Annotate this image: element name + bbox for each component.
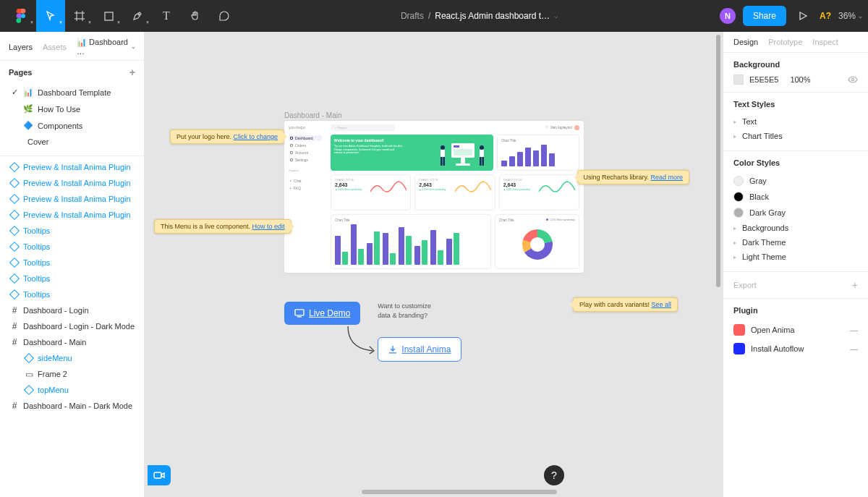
card-title: Chart Title xyxy=(501,139,575,143)
color-style-item[interactable]: Gray xyxy=(733,173,858,189)
live-demo-button[interactable]: Live Demo xyxy=(284,302,360,325)
frame-tool-button[interactable]: ▼ xyxy=(65,0,94,32)
dash-row-hero: Welcome to your dashboard! Try our new A… xyxy=(331,135,579,171)
layer-item[interactable]: Preview & Install Anima Plugin xyxy=(0,175,144,191)
grouped-bar-chart xyxy=(335,224,487,265)
dash-row-bottom: Chart Title Chart Title 1.0% Since yeste… xyxy=(331,214,579,269)
chevron-down-icon[interactable]: ⌵ xyxy=(554,12,558,20)
monitor-icon xyxy=(294,309,305,318)
install-anima-button[interactable]: Install Anima xyxy=(378,337,461,362)
tab-assets[interactable]: Assets xyxy=(43,43,67,51)
color-style-item[interactable]: ▸Dark Theme xyxy=(733,235,858,250)
comment-tool-button[interactable] xyxy=(210,0,239,32)
layer-item[interactable]: Preview & Install Anima Plugin xyxy=(0,159,144,175)
zoom-control[interactable]: 36%⌵ xyxy=(838,11,862,21)
layer-item[interactable]: Dashboard - Main - Dark Mode xyxy=(0,398,144,414)
bg-hex[interactable]: E5E5E5 xyxy=(749,75,778,84)
layer-item[interactable]: Tooltips xyxy=(0,286,144,302)
text-tool-button[interactable]: T xyxy=(152,0,181,32)
tab-prototype[interactable]: Prototype xyxy=(768,38,802,46)
dash-main: ⌕Search ♡Matt Appleyard Welcome to your … xyxy=(326,121,584,273)
add-export-button[interactable]: + xyxy=(852,279,858,291)
color-style-item[interactable]: ▸Backgrounds xyxy=(733,221,858,235)
svg-rect-11 xyxy=(456,163,470,166)
color-styles-section: Color Styles GrayBlackDark Gray▸Backgrou… xyxy=(723,151,868,272)
donut-chart xyxy=(522,229,553,260)
shape-tool-button[interactable]: ▼ xyxy=(94,0,123,32)
text-styles-label: Text Styles xyxy=(733,100,858,109)
text-icon: T xyxy=(163,9,170,22)
svg-point-0 xyxy=(21,14,25,18)
layer-item[interactable]: sideMenu xyxy=(0,350,144,366)
figma-menu-button[interactable]: ▼ xyxy=(6,0,36,32)
dash-nav-item: Account xyxy=(289,150,322,156)
layer-item[interactable]: Preview & Install Anima Plugin xyxy=(0,191,144,207)
layer-item[interactable]: Tooltips xyxy=(0,223,144,239)
layer-item[interactable]: Tooltips xyxy=(0,239,144,255)
bg-swatch[interactable] xyxy=(733,75,744,85)
donut-legend: 1.0% Since yesterday xyxy=(546,218,575,221)
hand-tool-button[interactable] xyxy=(181,0,210,32)
layer-item[interactable]: Preview & Install Anima Plugin xyxy=(0,207,144,223)
plugin-item[interactable]: Open Anima— xyxy=(733,320,858,339)
share-button[interactable]: Share xyxy=(743,6,786,26)
svg-point-12 xyxy=(441,145,445,150)
canvas-scrollbar-horizontal[interactable] xyxy=(362,490,687,494)
page-selector[interactable]: 📊 Dashboard …⌵ xyxy=(77,38,135,56)
move-tool-button[interactable]: ▼ xyxy=(36,0,65,32)
dev-mode-badge[interactable]: A? xyxy=(820,11,831,21)
breadcrumb-parent[interactable]: Drafts xyxy=(401,11,424,21)
help-button[interactable]: ? xyxy=(544,465,564,485)
page-item[interactable]: Cover xyxy=(6,134,138,150)
dashboard-frame[interactable]: yourlogo DashboardOrdersAccountSettings … xyxy=(284,121,584,273)
layer-item[interactable]: Frame 2 xyxy=(0,366,144,382)
bell-icon: ♡ xyxy=(545,126,548,129)
text-style-item[interactable]: ▸Text xyxy=(733,114,858,129)
eye-icon xyxy=(848,76,858,83)
canvas[interactable]: Dashboard - Main yourlogo DashboardOrder… xyxy=(145,32,723,497)
mini-card: CHART TITLE2,643▲ 1.0% Since yesterday xyxy=(331,174,411,211)
plugin-item[interactable]: Install Autoflow— xyxy=(733,339,858,358)
layer-item[interactable]: Dashboard - Main xyxy=(0,334,144,350)
layer-item[interactable]: Dashboard - Login xyxy=(0,302,144,318)
pen-tool-button[interactable]: ▼ xyxy=(123,0,152,32)
text-styles-section: Text Styles ▸Text▸Chart Titles xyxy=(723,93,868,151)
page-item[interactable]: ✓📊Dashboard Template xyxy=(6,84,138,101)
frame-label[interactable]: Dashboard - Main xyxy=(284,111,584,119)
voice-collab-button[interactable] xyxy=(148,465,171,485)
customize-text: Want to customizedata & branding? xyxy=(378,302,461,320)
export-section: Export+ xyxy=(723,272,868,299)
color-style-item[interactable]: Dark Gray xyxy=(733,205,858,221)
add-page-button[interactable]: + xyxy=(129,67,135,78)
page-item[interactable]: 🌿How To Use xyxy=(6,101,138,117)
toolbar-left: ▼ ▼ ▼ ▼ ▼ T xyxy=(6,0,239,32)
color-style-item[interactable]: Black xyxy=(733,189,858,205)
layer-item[interactable]: Tooltips xyxy=(0,271,144,286)
visibility-toggle[interactable] xyxy=(848,76,858,83)
figma-logo-icon xyxy=(16,9,26,23)
user-avatar[interactable]: N xyxy=(720,8,736,24)
svg-rect-22 xyxy=(154,472,161,478)
pages-list: ✓📊Dashboard Template🌿How To Use🔷Componen… xyxy=(0,84,144,156)
tab-layers[interactable]: Layers xyxy=(9,43,33,51)
bg-opacity[interactable]: 100% xyxy=(790,75,810,84)
video-icon xyxy=(153,471,165,480)
page-item[interactable]: 🔷Components xyxy=(6,117,138,134)
tooltip-variants: Play with cards variants! See all xyxy=(573,297,678,312)
tab-design[interactable]: Design xyxy=(733,38,758,46)
color-style-item[interactable]: ▸Light Theme xyxy=(733,250,858,264)
present-button[interactable] xyxy=(793,0,812,32)
canvas-scrollbar-vertical[interactable] xyxy=(716,35,720,494)
donut-card: Chart Title 1.0% Since yesterday xyxy=(495,214,579,269)
tab-inspect[interactable]: Inspect xyxy=(812,38,838,46)
background-row[interactable]: E5E5E5 100% xyxy=(733,75,858,85)
text-style-item[interactable]: ▸Chart Titles xyxy=(733,129,858,143)
plugin-section: Plugin Open Anima—Install Autoflow— xyxy=(723,299,868,365)
breadcrumb[interactable]: Drafts / React.js Admin dashboard t… ⌵ xyxy=(239,11,720,21)
layer-item[interactable]: Tooltips xyxy=(0,255,144,271)
bar-chart xyxy=(501,145,575,166)
dash-user: ♡Matt Appleyard xyxy=(545,125,579,130)
layer-item[interactable]: Dashboard - Login - Dark Mode xyxy=(0,318,144,334)
layer-item[interactable]: topMenu xyxy=(0,382,144,398)
breadcrumb-file[interactable]: React.js Admin dashboard t… xyxy=(435,11,550,21)
